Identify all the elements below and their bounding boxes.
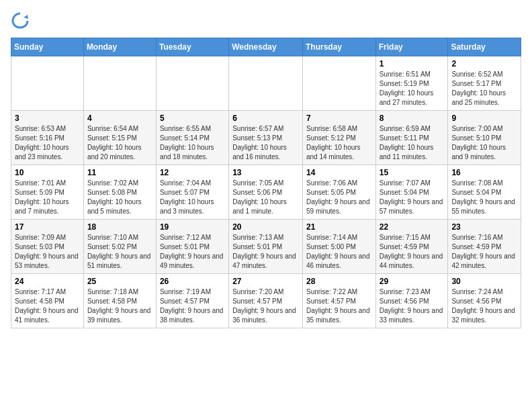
day-info: Sunrise: 6:59 AM Sunset: 5:11 PM Dayligh… — [380, 124, 445, 162]
day-number: 3 — [15, 113, 80, 123]
day-cell: 28Sunrise: 7:22 AM Sunset: 4:57 PM Dayli… — [302, 274, 375, 328]
day-cell: 20Sunrise: 7:13 AM Sunset: 5:01 PM Dayli… — [229, 220, 303, 274]
day-cell: 3Sunrise: 6:53 AM Sunset: 5:16 PM Daylig… — [11, 111, 84, 165]
day-cell: 12Sunrise: 7:04 AM Sunset: 5:07 PM Dayli… — [156, 165, 228, 220]
day-info: Sunrise: 7:23 AM Sunset: 4:56 PM Dayligh… — [380, 287, 445, 325]
svg-marker-0 — [24, 15, 28, 19]
day-cell — [11, 56, 84, 111]
day-cell: 18Sunrise: 7:10 AM Sunset: 5:02 PM Dayli… — [83, 220, 156, 274]
day-number: 29 — [380, 277, 445, 286]
day-number: 26 — [160, 277, 225, 286]
day-number: 4 — [87, 113, 152, 123]
day-info: Sunrise: 7:15 AM Sunset: 4:59 PM Dayligh… — [380, 233, 445, 271]
day-info: Sunrise: 7:19 AM Sunset: 4:57 PM Dayligh… — [160, 287, 225, 325]
weekday-header-saturday: Saturday — [448, 38, 521, 56]
day-cell: 10Sunrise: 7:01 AM Sunset: 5:09 PM Dayli… — [11, 165, 84, 220]
day-number: 17 — [15, 222, 80, 232]
day-cell — [83, 56, 156, 111]
header — [11, 11, 521, 30]
day-info: Sunrise: 7:17 AM Sunset: 4:58 PM Dayligh… — [15, 287, 80, 325]
day-info: Sunrise: 7:01 AM Sunset: 5:09 PM Dayligh… — [15, 179, 80, 216]
day-number: 12 — [160, 168, 225, 177]
day-info: Sunrise: 6:58 AM Sunset: 5:12 PM Dayligh… — [306, 124, 372, 162]
logo-icon — [11, 11, 30, 30]
weekday-header-thursday: Thursday — [302, 38, 375, 56]
day-cell: 9Sunrise: 7:00 AM Sunset: 5:10 PM Daylig… — [448, 111, 521, 165]
day-number: 7 — [306, 113, 372, 123]
day-cell: 21Sunrise: 7:14 AM Sunset: 5:00 PM Dayli… — [302, 220, 375, 274]
day-number: 22 — [380, 222, 445, 232]
day-number: 24 — [15, 277, 80, 286]
day-info: Sunrise: 7:20 AM Sunset: 4:57 PM Dayligh… — [232, 287, 299, 325]
day-number: 21 — [306, 222, 372, 232]
day-number: 20 — [232, 222, 299, 232]
day-info: Sunrise: 7:22 AM Sunset: 4:57 PM Dayligh… — [306, 287, 372, 325]
week-row-2: 3Sunrise: 6:53 AM Sunset: 5:16 PM Daylig… — [11, 111, 521, 165]
day-info: Sunrise: 7:08 AM Sunset: 5:04 PM Dayligh… — [451, 179, 517, 216]
day-cell: 11Sunrise: 7:02 AM Sunset: 5:08 PM Dayli… — [83, 165, 156, 220]
day-info: Sunrise: 6:54 AM Sunset: 5:15 PM Dayligh… — [87, 124, 152, 162]
day-number: 10 — [15, 168, 80, 177]
day-info: Sunrise: 6:53 AM Sunset: 5:16 PM Dayligh… — [15, 124, 80, 162]
weekday-header-monday: Monday — [83, 38, 156, 56]
day-cell: 30Sunrise: 7:24 AM Sunset: 4:56 PM Dayli… — [448, 274, 521, 328]
day-number: 27 — [232, 277, 299, 286]
day-cell: 17Sunrise: 7:09 AM Sunset: 5:03 PM Dayli… — [11, 220, 84, 274]
day-cell — [302, 56, 375, 111]
day-info: Sunrise: 7:10 AM Sunset: 5:02 PM Dayligh… — [87, 233, 152, 271]
day-cell: 4Sunrise: 6:54 AM Sunset: 5:15 PM Daylig… — [83, 111, 156, 165]
day-info: Sunrise: 7:06 AM Sunset: 5:05 PM Dayligh… — [306, 179, 372, 216]
weekday-header-wednesday: Wednesday — [229, 38, 303, 56]
day-info: Sunrise: 7:13 AM Sunset: 5:01 PM Dayligh… — [232, 233, 299, 271]
day-number: 19 — [160, 222, 225, 232]
day-cell: 19Sunrise: 7:12 AM Sunset: 5:01 PM Dayli… — [156, 220, 228, 274]
day-info: Sunrise: 7:00 AM Sunset: 5:10 PM Dayligh… — [451, 124, 517, 162]
day-cell: 16Sunrise: 7:08 AM Sunset: 5:04 PM Dayli… — [448, 165, 521, 220]
day-cell: 2Sunrise: 6:52 AM Sunset: 5:17 PM Daylig… — [448, 56, 521, 111]
day-number: 13 — [232, 168, 299, 177]
day-cell: 1Sunrise: 6:51 AM Sunset: 5:19 PM Daylig… — [375, 56, 448, 111]
day-cell: 8Sunrise: 6:59 AM Sunset: 5:11 PM Daylig… — [375, 111, 448, 165]
day-info: Sunrise: 7:16 AM Sunset: 4:59 PM Dayligh… — [451, 233, 517, 271]
day-number: 11 — [87, 168, 152, 177]
day-cell: 7Sunrise: 6:58 AM Sunset: 5:12 PM Daylig… — [302, 111, 375, 165]
week-row-3: 10Sunrise: 7:01 AM Sunset: 5:09 PM Dayli… — [11, 165, 521, 220]
day-info: Sunrise: 7:02 AM Sunset: 5:08 PM Dayligh… — [87, 179, 152, 216]
day-cell: 25Sunrise: 7:18 AM Sunset: 4:58 PM Dayli… — [83, 274, 156, 328]
day-number: 25 — [87, 277, 152, 286]
day-cell: 13Sunrise: 7:05 AM Sunset: 5:06 PM Dayli… — [229, 165, 303, 220]
day-info: Sunrise: 7:09 AM Sunset: 5:03 PM Dayligh… — [15, 233, 80, 271]
day-number: 18 — [87, 222, 152, 232]
day-cell: 22Sunrise: 7:15 AM Sunset: 4:59 PM Dayli… — [375, 220, 448, 274]
day-cell: 15Sunrise: 7:07 AM Sunset: 5:04 PM Dayli… — [375, 165, 448, 220]
day-info: Sunrise: 7:04 AM Sunset: 5:07 PM Dayligh… — [160, 179, 225, 216]
day-number: 2 — [451, 59, 517, 68]
day-cell: 23Sunrise: 7:16 AM Sunset: 4:59 PM Dayli… — [448, 220, 521, 274]
day-info: Sunrise: 6:55 AM Sunset: 5:14 PM Dayligh… — [160, 124, 225, 162]
day-info: Sunrise: 7:24 AM Sunset: 4:56 PM Dayligh… — [451, 287, 517, 325]
logo — [11, 11, 31, 30]
calendar-table: SundayMondayTuesdayWednesdayThursdayFrid… — [11, 38, 521, 328]
day-number: 23 — [451, 222, 517, 232]
day-info: Sunrise: 7:07 AM Sunset: 5:04 PM Dayligh… — [380, 179, 445, 216]
weekday-header-friday: Friday — [375, 38, 448, 56]
day-info: Sunrise: 7:05 AM Sunset: 5:06 PM Dayligh… — [232, 179, 299, 216]
day-cell — [229, 56, 303, 111]
week-row-1: 1Sunrise: 6:51 AM Sunset: 5:19 PM Daylig… — [11, 56, 521, 111]
day-cell: 24Sunrise: 7:17 AM Sunset: 4:58 PM Dayli… — [11, 274, 84, 328]
weekday-header-tuesday: Tuesday — [156, 38, 228, 56]
day-number: 14 — [306, 168, 372, 177]
day-number: 15 — [380, 168, 445, 177]
day-cell: 14Sunrise: 7:06 AM Sunset: 5:05 PM Dayli… — [302, 165, 375, 220]
day-info: Sunrise: 7:18 AM Sunset: 4:58 PM Dayligh… — [87, 287, 152, 325]
day-cell: 29Sunrise: 7:23 AM Sunset: 4:56 PM Dayli… — [375, 274, 448, 328]
week-row-5: 24Sunrise: 7:17 AM Sunset: 4:58 PM Dayli… — [11, 274, 521, 328]
day-cell: 26Sunrise: 7:19 AM Sunset: 4:57 PM Dayli… — [156, 274, 228, 328]
day-number: 5 — [160, 113, 225, 123]
day-number: 28 — [306, 277, 372, 286]
day-info: Sunrise: 6:52 AM Sunset: 5:17 PM Dayligh… — [451, 70, 517, 107]
day-number: 8 — [380, 113, 445, 123]
day-number: 16 — [451, 168, 517, 177]
day-number: 30 — [451, 277, 517, 286]
day-number: 9 — [451, 113, 517, 123]
